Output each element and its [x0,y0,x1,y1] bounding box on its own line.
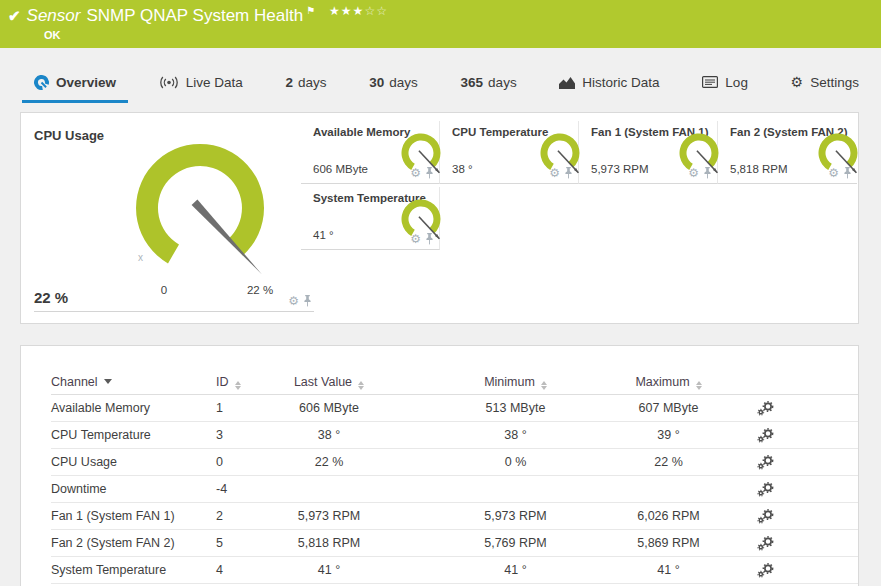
tab-log[interactable]: Log [690,64,760,103]
column-header-channel[interactable]: Channel [51,375,216,389]
gauge-value: 22 % [34,289,68,306]
tab-overview[interactable]: Overview [22,64,128,103]
sort-icon [235,381,241,390]
sensor-header: ✔ Sensor SNMP QNAP System Health ⚑ ★★★☆☆… [0,0,881,48]
column-label: Maximum [635,375,689,389]
sort-icon [358,381,364,390]
channel-name: Fan 2 (System FAN 2) [51,536,216,550]
column-header-last-value[interactable]: Last Value [274,375,384,390]
gauge-tile-fan-1: Fan 1 (System FAN 1) 5,973 RPM ⚙ [579,121,718,184]
priority-rating[interactable]: ★★★☆☆ [329,4,388,18]
channel-settings-gears-icon[interactable] [757,401,774,416]
channel-name: Available Memory [51,401,216,415]
table-row: Fan 2 (System FAN 2) 5 5,818 RPM 5,769 R… [51,530,858,557]
pin-icon[interactable] [425,233,434,245]
gauge-actions: ⚙ [410,167,434,179]
pin-icon[interactable] [303,295,312,307]
gauge-tile-cpu-temperature: CPU Temperature 38 ° ⚙ [440,121,579,184]
gauges-panel: CPU Usage x 0 22 % 22 % ⚙ Available Memo… [20,112,859,324]
table-row: Downtime -4 [51,476,858,503]
tab-historic-data[interactable]: Historic Data [547,64,671,103]
gauge-tile-cpu-usage: CPU Usage x 0 22 % 22 % ⚙ [34,121,314,312]
table-header-row: Channel ID Last Value Minimum Maximum [51,370,858,395]
channel-name: CPU Usage [51,455,216,469]
stars-empty[interactable]: ☆☆ [364,4,388,18]
gauge-title: CPU Usage [34,128,104,143]
column-header-minimum[interactable]: Minimum [439,375,592,390]
status-check-icon: ✔ [8,7,21,25]
channel-minimum: 0 % [439,455,592,469]
table-row: System Temperature 4 41 ° 41 ° 41 ° [51,557,858,584]
tab-label: Settings [810,75,859,90]
column-label: Minimum [484,375,535,389]
channel-settings-gears-icon[interactable] [757,428,774,443]
channel-id: -4 [216,482,274,496]
gauge-settings-gear-icon[interactable]: ⚙ [549,167,560,179]
channel-settings-gears-icon[interactable] [757,563,774,578]
gauge-settings-gear-icon[interactable]: ⚙ [688,167,699,179]
sort-desc-icon [104,379,112,384]
channel-maximum: 5,869 RPM [592,536,745,550]
tab-number: 365 [461,75,484,90]
gauge-settings-gear-icon[interactable]: ⚙ [410,233,421,245]
channel-last-value: 606 MByte [274,401,384,415]
channel-maximum: 607 MByte [592,401,745,415]
channel-minimum: 38 ° [439,428,592,442]
gauge-settings-gear-icon[interactable]: ⚙ [410,167,421,179]
stars-filled[interactable]: ★★★ [329,4,364,18]
tab-label: Overview [56,75,116,90]
tab-live-data[interactable]: Live Data [147,64,255,103]
channel-last-value: 38 ° [274,428,384,442]
channel-settings-gears-icon[interactable] [757,536,774,551]
tab-label: Log [725,75,748,90]
gauge-actions: ⚙ [828,167,852,179]
channel-maximum: 41 ° [592,563,745,577]
gear-icon: ⚙ [791,75,804,89]
table-row: Available Memory 1 606 MByte 513 MByte 6… [51,395,858,422]
tab-30-days[interactable]: 30 days [357,64,430,103]
channel-last-value: 5,818 RPM [274,536,384,550]
tab-label: days [488,75,517,90]
pin-icon[interactable] [843,167,852,179]
tab-number: 2 [286,75,294,90]
channel-settings-gears-icon[interactable] [757,509,774,524]
channel-settings-gears-icon[interactable] [757,482,774,497]
channel-maximum: 39 ° [592,428,745,442]
gauge-actions: ⚙ [288,295,312,307]
channel-last-value: 22 % [274,455,384,469]
column-label: Channel [51,375,98,389]
tab-label: days [389,75,418,90]
gauge-tile-fan-2: Fan 2 (System FAN 2) 5,818 RPM ⚙ [718,121,857,184]
column-header-maximum[interactable]: Maximum [592,375,745,390]
object-kind-label: Sensor [27,6,81,26]
gauge-min-label: 0 [154,284,174,296]
tab-365-days[interactable]: 365 days [449,64,529,103]
channel-name: Downtime [51,482,216,496]
channel-settings-gears-icon[interactable] [757,455,774,470]
priority-flag-icon: ⚑ [306,5,315,16]
channel-id: 5 [216,536,274,550]
tab-label: days [298,75,327,90]
gauge-settings-gear-icon[interactable]: ⚙ [288,295,299,307]
table-row: Fan 1 (System FAN 1) 2 5,973 RPM 5,973 R… [51,503,858,530]
pin-icon[interactable] [564,167,573,179]
gauge-max-label: 22 % [235,284,285,296]
pin-icon[interactable] [703,167,712,179]
channel-id: 2 [216,509,274,523]
channel-id: 3 [216,428,274,442]
channel-minimum: 41 ° [439,563,592,577]
column-header-id[interactable]: ID [216,375,274,390]
channel-maximum: 22 % [592,455,745,469]
channel-id: 4 [216,563,274,577]
channels-panel: Channel ID Last Value Minimum Maximum Av… [20,345,859,586]
tab-2-days[interactable]: 2 days [274,64,339,103]
tab-settings[interactable]: ⚙ Settings [779,64,871,103]
gauge-settings-gear-icon[interactable]: ⚙ [828,167,839,179]
gauge-value: 41 ° [313,229,334,241]
tab-number: 30 [369,75,384,90]
gauge-tile-available-memory: Available Memory 606 MByte ⚙ [301,121,440,184]
page-title: SNMP QNAP System Health [86,6,303,26]
gauge-value: 606 MByte [313,163,368,175]
pin-icon[interactable] [425,167,434,179]
channel-last-value: 5,973 RPM [274,509,384,523]
